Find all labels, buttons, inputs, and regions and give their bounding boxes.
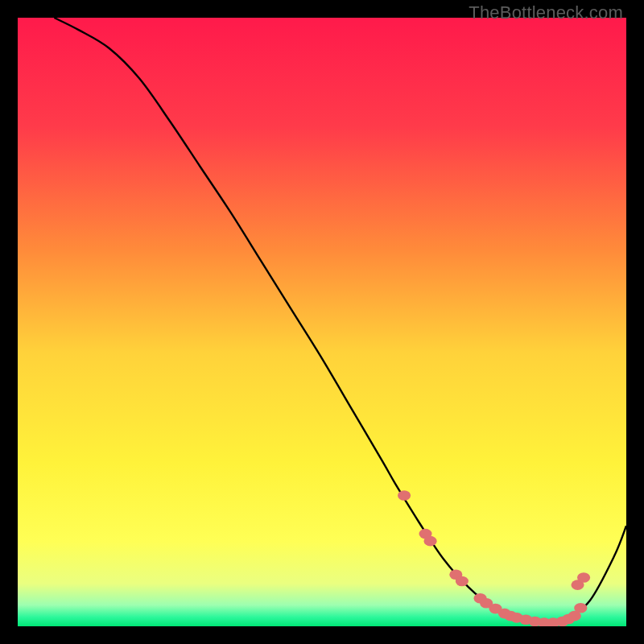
bottleneck-chart: [18, 18, 626, 626]
watermark-text: TheBottleneck.com: [469, 2, 623, 23]
chart-frame: [18, 18, 626, 626]
highlight-point: [398, 490, 411, 501]
highlight-point: [456, 576, 469, 587]
highlight-point: [577, 572, 590, 583]
highlight-point: [574, 603, 587, 613]
highlight-point: [424, 536, 437, 547]
gradient-background: [18, 18, 626, 626]
